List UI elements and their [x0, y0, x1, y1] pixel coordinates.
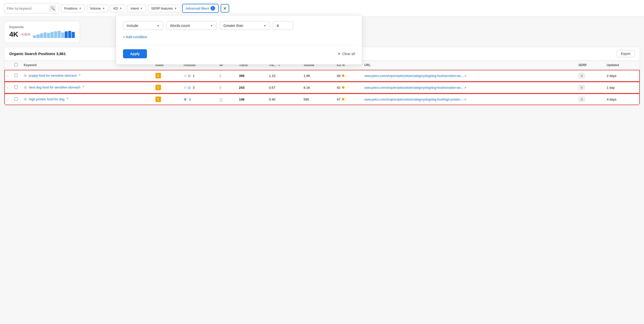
chevron-down-icon: ▼ — [174, 7, 177, 10]
chevron-right-icon: › — [7, 74, 8, 78]
clear-all-button[interactable]: ✕ Clear all — [338, 52, 355, 56]
external-link-icon: » — [79, 73, 80, 76]
col-url: URL — [361, 61, 576, 70]
url-link[interactable]: www.petco.com/shop/en/petcostore/categor… — [365, 98, 464, 101]
keywords-value-row: 4K -4.81% — [9, 30, 75, 38]
updated-value: 4 days — [607, 98, 616, 101]
url-link[interactable]: www.petco.com/shop/en/petcostore/categor… — [365, 74, 463, 78]
kd-cell: 42 — [334, 82, 361, 94]
external-link-icon: ↗ — [464, 86, 466, 89]
bar-chart — [33, 31, 75, 38]
keywords-value: 4K — [9, 30, 18, 38]
serp-features-dropdown[interactable]: SERP features ▼ — [148, 5, 180, 12]
select-all-checkbox[interactable] — [14, 63, 18, 66]
intent-badge: C — [155, 73, 161, 78]
search-button[interactable]: 🔍 — [49, 5, 56, 12]
advanced-filters-button[interactable]: Advanced filters 1 — [182, 4, 219, 13]
clear-all-label: Clear all — [342, 52, 355, 56]
volume-cell: 590 — [301, 94, 334, 105]
filter-condition-row: Include ▼ Words count ▼ Greater than ▼ — [123, 21, 355, 30]
kd-dropdown[interactable]: KD ▼ — [110, 5, 125, 12]
kd-value: 42 — [337, 86, 340, 89]
serp-button[interactable]: ⊡ — [578, 85, 585, 90]
url-cell: www.petco.com/shop/en/petcostore/categor… — [361, 70, 576, 82]
advanced-filters-label: Advanced filters — [186, 7, 209, 10]
kd-value: 49 — [337, 74, 340, 78]
col-checkbox — [11, 61, 21, 70]
apply-label: Apply — [130, 52, 140, 56]
expand-cell[interactable]: › — [4, 82, 11, 94]
kd-cell: 49 — [334, 70, 361, 82]
add-condition-button[interactable]: + Add condition — [123, 35, 147, 39]
intent-dropdown[interactable]: Intent ▼ — [127, 5, 146, 12]
filter-value-input[interactable] — [273, 21, 293, 30]
row-checkbox[interactable] — [14, 85, 18, 89]
apply-button[interactable]: Apply — [123, 49, 147, 58]
volume-cell: 1.6K — [301, 70, 334, 82]
crown-icon: ♛ — [184, 97, 187, 101]
kd-dot — [342, 74, 344, 77]
keywords-table: Keyword Intent Position SF Traffic Tra..… — [4, 61, 640, 105]
serp-cell: ⊡ — [575, 94, 604, 105]
intent-badge: C — [155, 97, 161, 102]
export-button[interactable]: Export — [617, 50, 635, 57]
expand-cell[interactable]: › — [4, 70, 11, 82]
chevron-down-icon: ▼ — [210, 24, 213, 27]
words-count-select[interactable]: Words count ▼ — [166, 21, 217, 30]
keyword-link[interactable]: puppy food for sensitive stomach — [29, 73, 77, 78]
intent-cell: C — [152, 82, 181, 94]
position-value: 1 — [189, 98, 191, 101]
updated-value: 1 day — [607, 86, 615, 89]
add-condition-label: + Add condition — [123, 35, 147, 39]
keyword-cell: ⊕ best dog food for sensitive stomach » — [21, 82, 152, 94]
intent-label: Intent — [131, 7, 139, 10]
traffic-change-cell: 0.40 — [266, 94, 301, 105]
traffic-cell: 146 — [236, 94, 266, 105]
greater-than-select[interactable]: Greater than ▼ — [220, 21, 270, 30]
words-count-label: Words count — [170, 24, 190, 28]
table-row: › ⊕ high protein food for dog » C♛111146… — [4, 94, 640, 105]
keywords-stats-card: Keywords 4K -4.81% — [4, 21, 80, 43]
kd-label: KD — [113, 7, 118, 10]
traffic-value: 243 — [239, 86, 245, 89]
chevron-down-icon: ▼ — [140, 7, 143, 10]
table-row: › ⊕ puppy food for sensitive stomach » C… — [4, 70, 640, 82]
chevron-right-icon: › — [7, 98, 8, 101]
intent-badge: C — [155, 85, 161, 90]
add-keyword-icon[interactable]: ⊕ — [24, 97, 27, 102]
advanced-filters-panel: Include ▼ Words count ▼ Greater than ▼ +… — [116, 15, 362, 65]
expand-cell[interactable]: › — [4, 94, 11, 105]
keywords-change: -4.81% — [21, 33, 30, 36]
add-keyword-icon[interactable]: ⊕ — [24, 73, 27, 78]
include-select[interactable]: Include ▼ — [123, 21, 163, 30]
url-cell: www.petco.com/shop/en/petcostore/categor… — [361, 82, 576, 94]
url-link[interactable]: www.petco.com/shop/en/petcostore/categor… — [365, 86, 463, 89]
filter-input[interactable] — [7, 7, 47, 10]
traffic-cell: 243 — [236, 82, 266, 94]
advanced-filters-badge: 1 — [211, 6, 215, 11]
keyword-link[interactable]: high protein food for dog — [29, 97, 64, 102]
row-checkbox[interactable] — [14, 74, 18, 77]
external-link-icon: » — [83, 85, 84, 88]
volume-dropdown[interactable]: Volume ▼ — [87, 5, 108, 12]
chevron-down-icon: ▼ — [264, 24, 266, 27]
toolbar: 🔍 Positions ▼ Volume ▼ KD ▼ Intent ▼ SER… — [0, 0, 644, 17]
positions-label: Positions — [64, 7, 77, 10]
close-advanced-filters-button[interactable]: ✕ — [221, 4, 229, 13]
keyword-content: ⊕ high protein food for dog » — [24, 97, 149, 102]
chevron-down-icon: ▼ — [157, 24, 159, 27]
serp-button[interactable]: ⊡ — [578, 73, 585, 78]
position-value: 1 — [193, 74, 194, 78]
row-checkbox-cell — [11, 70, 21, 82]
add-keyword-icon[interactable]: ⊕ — [24, 85, 27, 90]
row-checkbox-cell — [11, 94, 21, 105]
row-checkbox[interactable] — [14, 97, 18, 101]
updated-value: 2 days — [607, 74, 616, 78]
intent-cell: C — [152, 94, 181, 105]
positions-dropdown[interactable]: Positions ▼ — [61, 5, 85, 12]
star-icon: ☆ — [184, 85, 187, 89]
traffic-change-cell: 1.10 — [266, 70, 301, 82]
traffic-cell: 396 — [236, 70, 266, 82]
keyword-link[interactable]: best dog food for sensitive stomach — [29, 85, 80, 90]
serp-button[interactable]: ⊡ — [578, 97, 585, 102]
